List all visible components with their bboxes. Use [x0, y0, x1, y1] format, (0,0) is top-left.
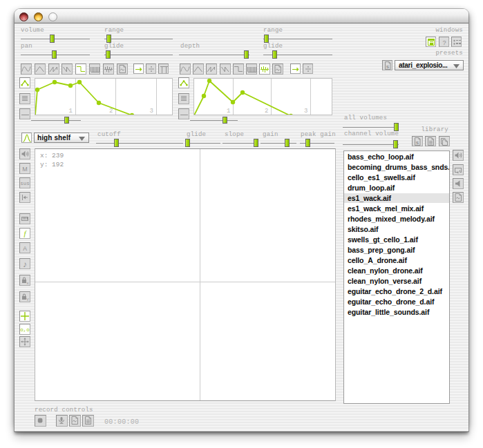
- svg-text:s: s: [416, 139, 419, 146]
- svg-text:s: s: [386, 64, 390, 70]
- svg-text:f: f: [23, 229, 27, 237]
- svg-text:x: x: [27, 281, 29, 285]
- svg-text:♪: ♪: [23, 260, 27, 269]
- svg-text:Y: Y: [26, 298, 29, 302]
- svg-text:o,o: o,o: [20, 327, 30, 333]
- svg-text:M: M: [22, 166, 28, 173]
- svg-text:?: ?: [442, 39, 446, 46]
- svg-text:A: A: [23, 245, 27, 252]
- svg-text:sus: sus: [20, 181, 30, 186]
